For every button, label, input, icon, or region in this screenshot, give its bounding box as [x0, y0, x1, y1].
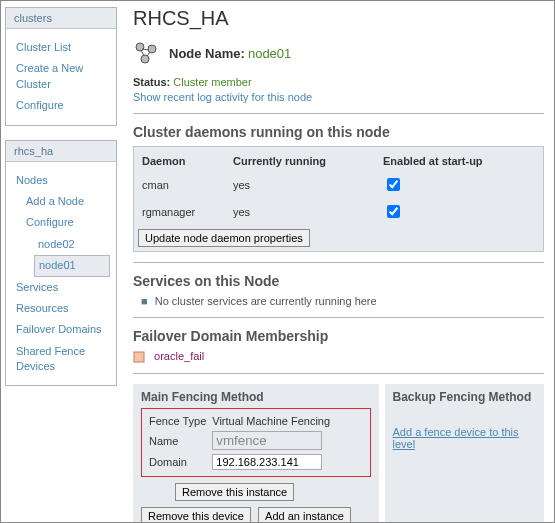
svg-rect-6 — [134, 352, 144, 362]
nav-configure-clusters[interactable]: Configure — [16, 95, 106, 116]
failover-domain-link[interactable]: oracle_fail — [148, 350, 204, 362]
rhcs-panel-head: rhcs_ha — [6, 141, 116, 162]
daemon-running: yes — [229, 171, 379, 198]
main-fencing-title: Main Fencing Method — [141, 390, 371, 404]
fence-name-label: Name — [146, 429, 209, 452]
fence-type-value: Virtual Machine Fencing — [209, 413, 333, 429]
node-name-value: node01 — [248, 46, 291, 61]
rhcs-panel: rhcs_ha Nodes Add a Node Configure node0… — [5, 140, 117, 387]
nav-cluster-list[interactable]: Cluster List — [16, 37, 106, 58]
services-none-text: No cluster services are currently runnin… — [155, 295, 377, 307]
svg-line-4 — [141, 50, 144, 56]
nav-node02[interactable]: node02 — [16, 234, 106, 255]
fence-type-label: Fence Type — [146, 413, 209, 429]
nav-configure-nodes[interactable]: Configure — [16, 212, 106, 233]
node-icon — [133, 40, 159, 66]
backup-fencing-panel: Backup Fencing Method Add a fence device… — [385, 384, 544, 522]
clusters-panel: clusters Cluster List Create a New Clust… — [5, 7, 117, 126]
status-value: Cluster member — [173, 76, 251, 88]
daemon-col-enabled: Enabled at start-up — [379, 151, 539, 171]
nav-shared-fence[interactable]: Shared Fence Devices — [16, 341, 106, 378]
daemons-title: Cluster daemons running on this node — [133, 124, 544, 140]
remove-instance-button[interactable]: Remove this instance — [175, 483, 294, 501]
page-title: RHCS_HA — [133, 7, 544, 30]
main-fencing-panel: Main Fencing Method Fence Type Virtual M… — [133, 384, 379, 522]
svg-point-2 — [141, 55, 149, 63]
remove-device-button[interactable]: Remove this device — [141, 507, 251, 522]
daemon-col-running: Currently running — [229, 151, 379, 171]
fence-config-highlight: Fence Type Virtual Machine Fencing Name … — [141, 408, 371, 477]
backup-fencing-title: Backup Fencing Method — [393, 390, 536, 404]
update-daemon-button[interactable]: Update node daemon properties — [138, 229, 310, 247]
nav-node01-selected[interactable]: node01 — [34, 255, 110, 276]
status-label: Status: — [133, 76, 170, 88]
clusters-panel-head: clusters — [6, 8, 116, 29]
fence-name-field — [212, 431, 322, 450]
services-title: Services on this Node — [133, 273, 544, 289]
nav-create-cluster[interactable]: Create a New Cluster — [16, 58, 106, 95]
failover-title: Failover Domain Membership — [133, 328, 544, 344]
nav-nodes[interactable]: Nodes — [16, 170, 106, 191]
log-activity-link[interactable]: Show recent log activity for this node — [133, 91, 312, 103]
daemon-col-name: Daemon — [138, 151, 229, 171]
daemon-running: yes — [229, 198, 379, 225]
add-fence-device-backup-link[interactable]: Add a fence device to this level — [393, 426, 536, 450]
services-none: ■ No cluster services are currently runn… — [133, 295, 544, 307]
daemons-box: Daemon Currently running Enabled at star… — [133, 146, 544, 252]
daemon-enabled-checkbox[interactable] — [387, 205, 400, 218]
daemon-row-rgmanager: rgmanager yes — [138, 198, 539, 225]
daemon-enabled-checkbox[interactable] — [387, 178, 400, 191]
failover-icon — [133, 351, 145, 363]
nav-add-node[interactable]: Add a Node — [16, 191, 106, 212]
node-header: Node Name: node01 — [133, 40, 544, 66]
daemon-name: cman — [138, 171, 229, 198]
nav-services[interactable]: Services — [16, 277, 106, 298]
bullet-icon: ■ — [141, 295, 152, 307]
svg-point-1 — [148, 45, 156, 53]
main-content: RHCS_HA Node Name: node01 Status: Cluste… — [121, 1, 554, 522]
fence-domain-input[interactable] — [212, 454, 322, 470]
add-instance-button[interactable]: Add an instance — [258, 507, 351, 522]
node-name-label: Node Name: — [169, 46, 245, 61]
sidebar: clusters Cluster List Create a New Clust… — [1, 1, 121, 522]
daemon-row-cman: cman yes — [138, 171, 539, 198]
daemon-name: rgmanager — [138, 198, 229, 225]
nav-resources[interactable]: Resources — [16, 298, 106, 319]
fence-domain-label: Domain — [146, 452, 209, 472]
svg-line-5 — [147, 52, 150, 56]
svg-point-0 — [136, 43, 144, 51]
nav-failover-domains[interactable]: Failover Domains — [16, 319, 106, 340]
